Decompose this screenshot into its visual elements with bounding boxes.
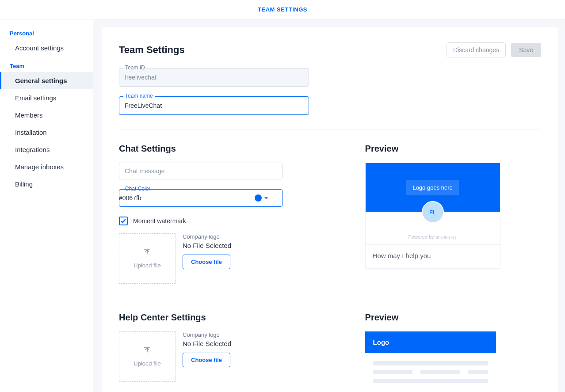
company-logo-filename: No File Selected [183,242,231,249]
chat-color-value[interactable] [119,189,252,207]
skeleton-line [373,361,488,365]
hc-preview-body [365,353,496,391]
powered-by: Powered by moment [408,234,457,240]
hc-company-logo-filename: No File Selected [183,340,231,347]
sidebar-item-integrations[interactable]: Integrations [0,141,93,158]
preview-avatar: FL [422,201,444,223]
team-id-label: Team ID [123,65,147,71]
preview-logo-placeholder: Logo goes here [406,180,458,195]
sidebar-item-account-settings[interactable]: Account settings [0,39,93,57]
chat-preview-card: Logo goes here FL Powered by moment How … [365,163,500,269]
upload-icon [143,249,151,256]
discard-button[interactable]: Discard changes [447,42,506,57]
skeleton-line [420,370,460,374]
chat-message-input[interactable] [119,163,282,179]
help-center-heading: Help Center Settings [119,312,339,323]
company-logo-label: Company logo [183,233,231,240]
team-name-input[interactable] [119,96,309,115]
hc-preview-logo: Logo [365,331,496,353]
settings-panel: Team Settings Discard changes Save Team … [102,27,558,392]
preview-header: Logo goes here FL [366,163,500,212]
skeleton-line [373,370,412,374]
top-banner: TEAM SETTINGS [0,0,565,19]
skeleton-line [468,370,488,374]
team-id-input [119,68,309,87]
brand-wordmark: moment [436,234,457,240]
hc-logo-upload-dropzone[interactable]: Upload file [119,331,176,382]
top-banner-title: TEAM SETTINGS [258,6,307,13]
sidebar-group-team[interactable]: Team [0,60,93,72]
color-swatch-icon [255,194,262,202]
sidebar-item-members[interactable]: Members [0,107,93,124]
team-id-field: Team ID [119,68,309,87]
sidebar: Personal Account settings Team General s… [0,19,93,392]
hc-preview-card: Logo [365,331,496,391]
chat-color-field: Chat Color [119,189,282,207]
skeleton-line [373,379,488,383]
sidebar-item-installation[interactable]: Installation [0,124,93,141]
divider [119,298,541,298]
hc-company-logo-label: Company logo [183,331,231,338]
divider [119,129,541,129]
preview-prompt: How may I help you [366,244,500,268]
team-name-field: Team name [119,96,309,115]
preview-heading: Preview [365,144,541,154]
sidebar-item-manage-inboxes[interactable]: Manage inboxes [0,158,93,175]
chat-settings-heading: Chat Settings [119,144,339,154]
upload-text: Upload file [134,360,160,367]
check-icon [120,218,126,224]
sidebar-item-email-settings[interactable]: Email settings [0,89,93,107]
chat-color-label: Chat Color [123,186,152,192]
watermark-checkbox[interactable] [119,217,128,225]
watermark-label: Moment watermark [133,217,186,225]
sidebar-item-billing[interactable]: Billing [0,175,93,193]
logo-upload-dropzone[interactable]: Upload file [119,233,176,284]
chat-color-picker[interactable] [252,194,271,202]
sidebar-item-general-settings[interactable]: General settings [0,72,93,89]
chevron-down-icon [264,197,268,199]
team-name-label: Team name [123,93,155,99]
hc-choose-file-button[interactable]: Choose file [183,353,230,367]
page-title: Team Settings [119,44,185,56]
hc-preview-heading: Preview [365,312,541,323]
save-button[interactable]: Save [511,43,541,57]
upload-icon [143,347,151,354]
upload-text: Upload file [134,262,160,269]
sidebar-group-personal[interactable]: Personal [0,27,93,39]
choose-file-button[interactable]: Choose file [183,255,230,269]
